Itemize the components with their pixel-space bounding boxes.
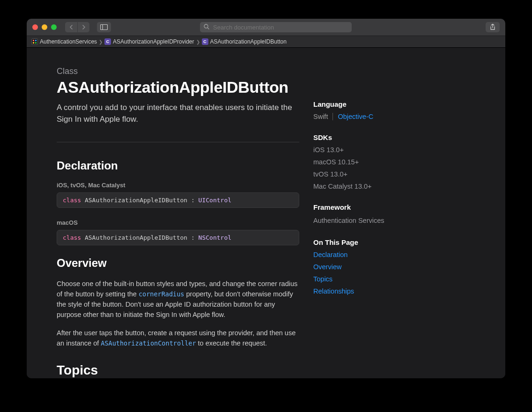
chevron-right-icon: ❯ [99,39,103,44]
breadcrumb-bar: AuthenticationServices ❯ C ASAuthorizati… [27,36,505,48]
on-this-page-list: Declaration Overview Topics Relationship… [313,251,475,295]
forward-button[interactable] [77,22,89,32]
content-area[interactable]: Class ASAuthorizationAppleIDButton A con… [27,48,505,378]
code-link-asauthorizationcontroller[interactable]: ASAuthorizationController [101,339,196,347]
otp-link-topics[interactable]: Topics [313,275,475,283]
platform-label: iOS, tvOS, Mac Catalyst [57,182,299,189]
supertype-link[interactable]: NSControl [199,234,231,241]
sdk-item: Mac Catalyst 13.0+ [313,183,475,190]
sdk-item: macOS 10.15+ [313,158,475,166]
breadcrumb-item-provider[interactable]: C ASAuthorizationAppleIDProvider [104,38,194,45]
titlebar [27,19,505,36]
sdk-list: iOS 13.0+ macOS 10.15+ tvOS 13.0+ Mac Ca… [313,146,475,190]
keyword: class [63,234,81,241]
maximize-button[interactable] [51,24,57,30]
class-icon: C [104,38,111,45]
framework-name: Authentication Services [313,216,475,225]
page-title: ASAuthorizationAppleIDButton [57,78,299,96]
colon: : [187,234,198,241]
framework-label: Framework [313,203,475,211]
main-column: Class ASAuthorizationAppleIDButton A con… [57,66,299,378]
overview-paragraph: Choose one of the built-in button styles… [57,279,299,320]
supertype-link[interactable]: UIControl [199,197,231,204]
language-swift: Swift [313,113,328,120]
nav-arrows [65,22,89,32]
topics-heading: Topics [57,363,299,378]
code-link-cornerradius[interactable]: cornerRadius [139,290,185,298]
otp-link-relationships[interactable]: Relationships [313,287,475,295]
declaration-heading: Declaration [57,159,299,172]
overview-heading: Overview [57,257,299,270]
svg-rect-7 [35,42,37,44]
svg-rect-4 [33,40,34,41]
close-button[interactable] [32,24,38,30]
side-column: Language Swift Objective-C SDKs iOS 13.0… [313,66,475,378]
language-label: Language [313,100,475,108]
breadcrumb-item-authentication-services[interactable]: AuthenticationServices [31,38,97,45]
framework-icon [31,38,38,45]
language-switcher: Swift Objective-C [313,113,475,120]
class-name: ASAuthorizationAppleIDButton [85,197,187,204]
breadcrumb-label: AuthenticationServices [40,38,97,45]
back-button[interactable] [65,22,77,32]
search-container [200,22,352,32]
page-description: A control you add to your interface that… [57,102,299,125]
divider [57,142,299,142]
eyebrow: Class [57,66,299,76]
sdk-item: iOS 13.0+ [313,146,475,154]
svg-rect-6 [33,42,34,44]
separator [332,113,333,120]
breadcrumb-label: ASAuthorizationAppleIDButton [210,38,287,45]
sdks-label: SDKs [313,133,475,141]
code-block: class ASAuthorizationAppleIDButton : NSC… [57,230,299,245]
text: to execute the request. [196,339,267,347]
svg-rect-5 [35,40,37,41]
breadcrumb-label: ASAuthorizationAppleIDProvider [113,38,194,45]
search-input[interactable] [200,22,352,32]
class-icon: C [202,38,208,45]
overview-paragraph: After the user taps the button, create a… [57,328,299,349]
colon: : [187,197,198,204]
svg-rect-0 [101,25,108,30]
minimize-button[interactable] [42,24,47,30]
chevron-right-icon: ❯ [196,39,200,44]
sdk-item: tvOS 13.0+ [313,170,475,178]
platform-label: macOS [57,219,299,226]
traffic-lights [32,24,57,30]
breadcrumb-item-button[interactable]: C ASAuthorizationAppleIDButton [202,38,287,45]
sidebar-toggle-button[interactable] [97,22,111,32]
otp-link-declaration[interactable]: Declaration [313,251,475,258]
code-block: class ASAuthorizationAppleIDButton : UIC… [57,192,299,208]
language-objc-link[interactable]: Objective-C [338,113,373,120]
on-this-page-label: On This Page [313,238,475,246]
otp-link-overview[interactable]: Overview [313,263,475,271]
share-button[interactable] [486,22,500,32]
documentation-window: AuthenticationServices ❯ C ASAuthorizati… [27,19,505,378]
keyword: class [63,197,81,204]
class-name: ASAuthorizationAppleIDButton [85,234,187,241]
